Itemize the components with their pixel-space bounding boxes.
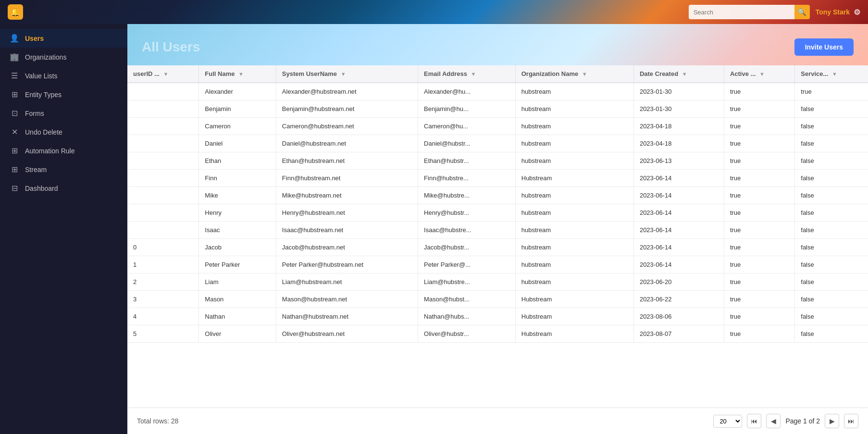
col-system-username[interactable]: System UserName ▼ (276, 65, 418, 83)
cell-email: Nathan@hubs... (418, 308, 516, 325)
cell-date: 2023-06-13 (633, 152, 724, 170)
first-page-button[interactable]: ⏮ (747, 414, 761, 428)
cell-date: 2023-06-14 (633, 187, 724, 204)
cell-active: true (724, 222, 794, 239)
entity-types-icon: ⊞ (10, 90, 19, 99)
cell-system-username: Benjamin@hubstream.net (276, 100, 418, 118)
col-date-created[interactable]: Date Created ▼ (633, 65, 724, 83)
cell-org: hubstream (515, 222, 633, 239)
table-row[interactable]: Isaac Isaac@hubstream.net Isaac@hubstre.… (127, 222, 868, 239)
table-row[interactable]: 3 Mason Mason@hubstream.net Mason@hubst.… (127, 291, 868, 308)
table-row[interactable]: Mike Mike@hubstream.net Mike@hubstre... … (127, 187, 868, 204)
search-input[interactable] (689, 5, 794, 19)
search-button[interactable]: 🔍 (794, 5, 810, 19)
cell-full-name: Mason (199, 291, 276, 308)
sidebar-item-value-lists[interactable]: ☰ Value Lists (0, 66, 127, 85)
table-row[interactable]: Cameron Cameron@hubstream.net Cameron@hu… (127, 118, 868, 135)
cell-service: false (795, 308, 868, 325)
last-page-button[interactable]: ⏭ (844, 414, 858, 428)
cell-email: Ethan@hubstr... (418, 152, 516, 170)
col-full-name[interactable]: Full Name ▼ (199, 65, 276, 83)
sidebar-item-automation-rule[interactable]: ⊞ Automation Rule (0, 141, 127, 160)
user-info: Tony Stark ⚙ (816, 8, 860, 17)
cell-email: Cameron@hu... (418, 118, 516, 135)
col-service[interactable]: Service... ▼ (795, 65, 868, 83)
table-row[interactable]: 0 Jacob Jacob@hubstream.net Jacob@hubstr… (127, 239, 868, 256)
col-user-id[interactable]: userID ... ▼ (127, 65, 199, 83)
cell-service: false (795, 118, 868, 135)
table-row[interactable]: Henry Henry@hubstream.net Henry@hubstr..… (127, 204, 868, 222)
table-row[interactable]: Alexander Alexander@hubstream.net Alexan… (127, 83, 868, 100)
automation-rule-icon: ⊞ (10, 146, 19, 155)
users-icon: 👤 (10, 34, 19, 43)
cell-system-username: Henry@hubstream.net (276, 204, 418, 222)
users-table: userID ... ▼ Full Name ▼ System UserName… (127, 65, 868, 343)
table-row[interactable]: 4 Nathan Nathan@hubstream.net Nathan@hub… (127, 308, 868, 325)
sidebar-item-forms[interactable]: ⊡ Forms (0, 104, 127, 123)
page-size-select[interactable]: 20 50 100 (713, 415, 742, 428)
cell-active: true (724, 273, 794, 291)
cell-email: Mike@hubstre... (418, 187, 516, 204)
col-email-address[interactable]: Email Address ▼ (418, 65, 516, 83)
table-row[interactable]: Finn Finn@hubstream.net Finn@hubstre... … (127, 170, 868, 187)
cell-full-name: Peter Parker (199, 256, 276, 273)
sidebar-item-dashboard[interactable]: ⊟ Dashboard (0, 179, 127, 198)
sidebar-item-users[interactable]: 👤 Users (0, 29, 127, 48)
cell-service: false (795, 100, 868, 118)
table-row[interactable]: 2 Liam Liam@hubstream.net Liam@hubstre..… (127, 273, 868, 291)
cell-full-name: Daniel (199, 135, 276, 152)
cell-user-id (127, 135, 199, 152)
sidebar-label-dashboard: Dashboard (25, 185, 58, 192)
search-container: 🔍 (689, 5, 810, 19)
cell-user-id: 4 (127, 308, 199, 325)
forms-icon: ⊡ (10, 109, 19, 118)
cell-active: true (724, 135, 794, 152)
col-active[interactable]: Active ... ▼ (724, 65, 794, 83)
cell-date: 2023-08-07 (633, 325, 724, 343)
cell-active: true (724, 291, 794, 308)
cell-system-username: Daniel@hubstream.net (276, 135, 418, 152)
table-row[interactable]: 1 Peter Parker Peter Parker@hubstream.ne… (127, 256, 868, 273)
cell-org: hubstream (515, 118, 633, 135)
user-name: Tony Stark (816, 8, 850, 16)
sidebar-item-undo-delete[interactable]: ✕ Undo Delete (0, 123, 127, 141)
cell-user-id (127, 118, 199, 135)
table-header-row: userID ... ▼ Full Name ▼ System UserName… (127, 65, 868, 83)
table-row[interactable]: Benjamin Benjamin@hubstream.net Benjamin… (127, 100, 868, 118)
cell-service: false (795, 170, 868, 187)
table-row[interactable]: 5 Oliver Oliver@hubstream.net Oliver@hub… (127, 325, 868, 343)
gear-icon[interactable]: ⚙ (854, 8, 860, 17)
cell-org: hubstream (515, 135, 633, 152)
cell-date: 2023-06-14 (633, 170, 724, 187)
cell-service: false (795, 152, 868, 170)
sidebar-label-users: Users (25, 35, 44, 42)
cell-full-name: Nathan (199, 308, 276, 325)
cell-system-username: Mike@hubstream.net (276, 187, 418, 204)
sidebar-label-entity-types: Entity Types (25, 91, 62, 99)
invite-users-button[interactable]: Invite Users (794, 38, 854, 56)
app-logo: 🔔 (8, 4, 23, 20)
table-row[interactable]: Daniel Daniel@hubstream.net Daniel@hubst… (127, 135, 868, 152)
cell-user-id (127, 187, 199, 204)
cell-service: false (795, 222, 868, 239)
sort-icon-email: ▼ (471, 71, 476, 77)
sidebar-item-entity-types[interactable]: ⊞ Entity Types (0, 85, 127, 104)
sidebar-item-stream[interactable]: ⊞ Stream (0, 160, 127, 179)
cell-service: true (795, 83, 868, 100)
sidebar-item-organizations[interactable]: 🏢 Organizations (0, 48, 127, 66)
cell-full-name: Cameron (199, 118, 276, 135)
cell-full-name: Benjamin (199, 100, 276, 118)
content-header: All Users Invite Users (127, 24, 868, 65)
cell-user-id (127, 222, 199, 239)
dashboard-icon: ⊟ (10, 184, 19, 193)
cell-service: false (795, 187, 868, 204)
prev-page-button[interactable]: ◀ (766, 414, 781, 428)
next-page-button[interactable]: ▶ (825, 414, 839, 428)
col-organization-name[interactable]: Organization Name ▼ (515, 65, 633, 83)
page-title: All Users (142, 39, 200, 55)
cell-active: true (724, 256, 794, 273)
cell-date: 2023-06-22 (633, 291, 724, 308)
table-row[interactable]: Ethan Ethan@hubstream.net Ethan@hubstr..… (127, 152, 868, 170)
sort-icon-date: ▼ (682, 71, 687, 77)
cell-email: Oliver@hubstr... (418, 325, 516, 343)
